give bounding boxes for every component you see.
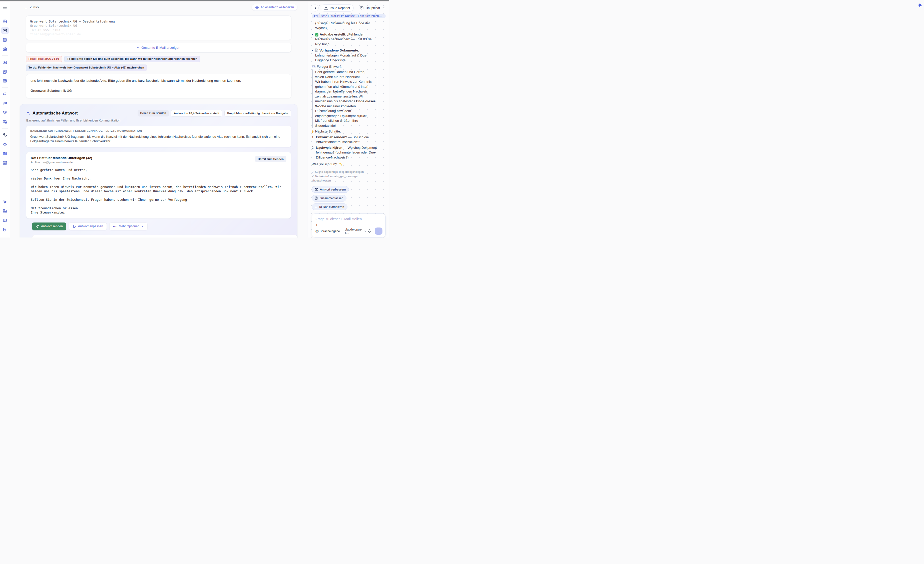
sidebar-item-documents[interactable] [1, 68, 9, 75]
bullet-existing-docs: • Vorhandene Dokumente: Lohnunterlagen M… [312, 48, 377, 63]
context-summary-card: BASIEREND AUF: GRUENWERT SOLARTECHNIK UG… [26, 126, 291, 147]
contacts-icon [3, 60, 7, 65]
email-header-card: Gruenwert Solartechnik UG — Geschäftsfue… [26, 15, 291, 40]
draft-status-badge: Bereit zum Senden [255, 156, 286, 162]
draft-paragraph: Ihre Steuerkanzlei [31, 210, 286, 214]
model-selector[interactable]: claude-opus-4... [345, 228, 366, 235]
sidebar-item-mail[interactable] [1, 27, 9, 34]
draft-subject: Re: Frist fuer fehlende Unterlagen (42) [31, 156, 92, 160]
topbar: ← Zurück An Assistenz weiterleiten [20, 1, 297, 13]
improve-reply-label: Antwort verbessern [320, 188, 346, 191]
bullet-dot: • [312, 32, 315, 47]
chat-input[interactable] [315, 217, 382, 221]
send-reply-button[interactable]: Antwort senden [32, 223, 66, 230]
generation-time-badge: Antwort in 28,4 Sekunden erstellt [171, 110, 222, 117]
chevron-down-icon [137, 47, 140, 48]
lightning-emoji-icon [312, 130, 314, 133]
email-address: finanzen@gruenwert-solar.de [30, 32, 287, 36]
next-steps: Nächste Schritte: 1. Entwurf absenden? —… [312, 129, 377, 160]
sidebar-item-logout[interactable] [1, 226, 9, 233]
sidebar-item-notes[interactable] [1, 77, 9, 84]
check-emoji-icon: ✓ [315, 33, 318, 36]
sidebar-item-calendar[interactable] [1, 45, 9, 53]
email-context-banner[interactable]: Diese E-Mail ist im Kontext · Frist fuer… [312, 14, 386, 18]
sidebar-item-menu[interactable] [1, 5, 9, 12]
draft-paragraph: Wir haben Ihren Hinweis zur Kenntnis gen… [31, 185, 286, 193]
extract-todos-label: To-Dos extrahieren [319, 205, 344, 209]
extract-todos-button[interactable]: + To-Dos extrahieren [312, 203, 348, 210]
edit-document-icon [72, 224, 76, 228]
draft-recipient: An finanzen@gruenwert-solar.de [31, 161, 92, 164]
icon-sidebar [0, 1, 10, 238]
bullet-task-created: • ✓Aufgabe erstellt: „Fehlenden Nachweis… [312, 32, 377, 47]
sidebar-item-media[interactable] [1, 90, 9, 98]
logout-icon [3, 227, 7, 232]
summarize-button[interactable]: Zusammenfassen [312, 195, 346, 202]
deadline-badge: Frist: Frist: 2026-04-03 [26, 56, 62, 62]
paper-plane-icon [36, 224, 39, 228]
step-item: 1. Entwurf absenden? — Soll ich die Antw… [312, 135, 377, 145]
chat-selector[interactable]: Hauptchat [360, 6, 386, 10]
sidebar-item-phone[interactable] [1, 131, 9, 139]
sidebar-item-network[interactable] [1, 109, 9, 116]
sidebar-divider [2, 55, 8, 56]
context-heading: BASIEREND AUF: GRUENWERT SOLARTECHNIK UG… [30, 129, 287, 132]
closing-question: Was soll ich tun? [312, 162, 337, 166]
sidebar-item-code[interactable] [1, 141, 9, 148]
show-full-email-link[interactable]: Gesamte E-Mail anzeigen [137, 46, 180, 49]
assistant-panel-header: Issue Reporter Hauptchat [312, 4, 386, 12]
quote-line: Sehr geehrte Damen und Herren, [315, 69, 375, 75]
envelope-icon [314, 15, 318, 18]
sidebar-item-browser-settings[interactable] [1, 118, 9, 126]
recommendation-badge: Empfohlen · vollständig · bereit zur Fre… [224, 110, 291, 117]
send-reply-label: Antwort senden [41, 224, 63, 228]
step-number: 2. [312, 145, 316, 160]
email-context-banner-text: Diese E-Mail ist im Kontext · Frist fuer… [320, 14, 383, 18]
summary-doc-icon [315, 196, 318, 200]
sidebar-item-chat[interactable] [1, 100, 9, 107]
draft-paragraph: Sehr geehrte Damen und Herren, [31, 168, 286, 172]
sidebar-item-tasks[interactable] [1, 36, 9, 43]
draft-paragraph: vielen Dank fuer Ihre Nachricht. [31, 176, 286, 181]
back-arrow-icon: ← [24, 5, 27, 9]
chevron-right-icon [314, 7, 316, 9]
quoted-email-card: uns fehlt noch ein Nachweis fuer die lau… [26, 74, 291, 98]
gear-icon [3, 199, 7, 204]
microphone-button[interactable] [368, 229, 371, 233]
auto-reply-subtitle: Basierend auf ähnlichen Fällen und Ihrer… [26, 119, 291, 122]
improve-reply-button[interactable]: Antwort verbessern [312, 186, 349, 193]
sidebar-item-contacts[interactable] [1, 58, 9, 66]
sidebar-item-forms[interactable] [1, 159, 9, 166]
extracted-badges: Frist: Frist: 2026-04-03 To-do: Bitte ge… [26, 56, 293, 71]
mail-icon [3, 28, 7, 33]
issue-reporter-button[interactable]: Issue Reporter [321, 4, 354, 12]
network-icon [3, 110, 7, 115]
sidebar-item-dashboard[interactable] [1, 18, 9, 25]
attach-plus-button[interactable]: + [315, 223, 320, 227]
message-plus-icon [360, 6, 364, 10]
send-message-button[interactable]: → [375, 227, 382, 235]
back-button[interactable]: ← Zurück [24, 5, 39, 9]
folder-icon [3, 151, 7, 156]
next-steps-heading: Nächste Schritte: [315, 130, 341, 133]
notes-icon [3, 78, 7, 83]
assistant-panel: Issue Reporter Hauptchat Diese E-Mail is… [307, 1, 389, 238]
draft-ready-label: Fertiger Entwurf: [316, 65, 342, 69]
forward-to-assistant-button[interactable]: An Assistenz weiterleiten [252, 4, 297, 11]
sidebar-item-extensions[interactable] [1, 207, 9, 215]
voice-input-button[interactable]: ((•)) Spracheingabe [315, 229, 340, 233]
open-book-icon [3, 218, 7, 223]
dashboard-icon [3, 19, 7, 24]
collapse-panel-button[interactable] [312, 4, 319, 12]
draft-quote-block: Sehr geehrte Damen und Herren, vielen Da… [312, 69, 377, 128]
sidebar-item-knowledge[interactable] [1, 217, 9, 224]
phone-icon [3, 133, 7, 138]
draft-paragraph: Mit freundlichen Gruessen [31, 206, 286, 210]
context-body: Gruenwert Solartechnik UG fragt nach, bi… [30, 135, 287, 144]
adjust-reply-button[interactable]: Antwort anpassen [69, 223, 107, 230]
sidebar-item-settings[interactable] [1, 198, 9, 205]
warning-triangle-icon [324, 6, 328, 10]
more-options-button[interactable]: ••• Mehr Optionen [109, 223, 148, 230]
voice-input-label: Spracheingabe [320, 229, 340, 233]
sidebar-item-folder[interactable] [1, 150, 9, 157]
